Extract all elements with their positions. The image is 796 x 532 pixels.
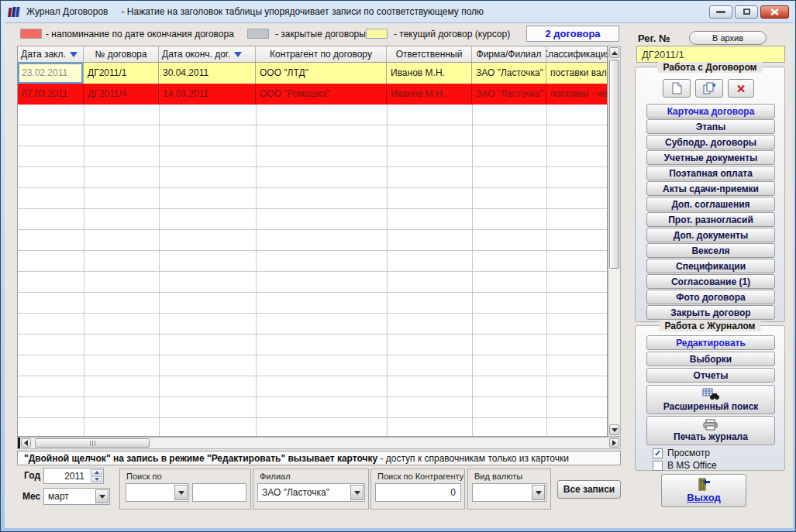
approval-button[interactable]: Согласование (1) [646,274,775,289]
search-by-group: Поиск по [119,469,251,510]
msoffice-checkbox-row[interactable]: В MS Office [653,460,717,471]
year-spinner[interactable]: 2011 [43,468,104,484]
window-title: Журнал Договоров [26,6,108,17]
search-by-dropdown-button[interactable] [174,485,188,500]
contracts-table: Дата закл. № договора Дата оконч. дог. К… [17,46,621,449]
status-bold-text: "Двойной щелчок" на запись в режиме "Ред… [24,453,377,464]
cell-responsible[interactable]: Иванов М.Н. [387,84,472,105]
exit-label: Выход [687,492,720,503]
cell-number[interactable]: ДГ2011/1 [84,63,159,84]
currency-select[interactable] [472,483,546,502]
spin-down-icon [95,478,99,481]
column-header-classification[interactable]: Классификация [546,46,607,62]
cell-firm[interactable]: ЗАО "Ласточка" [472,63,546,84]
cell-date-start[interactable]: 07.03.2011 [18,84,84,105]
cell-date-end[interactable]: 14.03.2011 [159,84,256,105]
cell-classification[interactable]: поставки валют [546,63,607,84]
contract-photo-button[interactable]: Фото договора [646,290,775,304]
msoffice-checkbox[interactable] [653,461,663,471]
stages-button[interactable]: Этапы [646,119,775,134]
cell-date-end[interactable]: 30.04.2011 [159,63,256,84]
delete-contract-button[interactable]: ✕ [728,79,754,98]
year-up-button[interactable] [91,469,102,475]
column-header-responsible[interactable]: Ответственный [387,46,472,62]
scroll-right-button[interactable] [609,438,619,448]
contract-panel: Работа с Договором ✕ Карточка договора Э… [635,67,785,322]
minimize-button[interactable] [709,5,732,19]
cell-contractor[interactable]: ООО "ЛТД" [256,63,387,84]
branch-select[interactable]: ЗАО "Ласточка" [257,483,365,502]
currency-group: Вид валюты [467,469,551,510]
branch-dropdown-button[interactable] [350,485,364,500]
print-journal-button[interactable]: Печать журнала [646,416,775,445]
reg-number-field[interactable]: ДГ2011/1 [636,46,785,63]
search-by-input[interactable] [192,483,246,502]
scroll-up-button[interactable] [609,47,619,58]
acceptance-acts-button[interactable]: Акты сдачи-приемки [646,181,775,196]
cell-classification[interactable]: поставки - новы [546,84,607,105]
branch-label: Филиал [260,472,291,481]
legend-closed-label: - закрытые договоры [275,29,366,39]
month-select[interactable]: март [43,488,110,505]
disagreement-protocols-button[interactable]: Прот. разногласий [646,212,775,227]
scroll-down-button[interactable] [609,424,619,435]
cell-responsible[interactable]: Иванов М.Н. [387,63,472,84]
copy-document-icon [703,82,716,94]
contract-card-button[interactable]: Карточка договора [646,104,775,118]
app-window: Журнал Договоров - Нажатие на заголовок … [0,0,796,532]
cell-date-start[interactable]: 23.02.2011 [18,63,84,84]
new-contract-button[interactable] [663,79,691,98]
empty-table-grid [18,105,607,437]
close-button[interactable] [760,5,789,19]
additional-docs-button[interactable]: Доп. документы [646,228,775,242]
maximize-button[interactable] [735,5,758,19]
advanced-search-button[interactable]: Расширенный поиск [646,385,775,414]
column-header-date-start[interactable]: Дата закл. [18,46,84,62]
horizontal-scroll-thumb[interactable] [35,438,150,448]
accounting-docs-button[interactable]: Учетные документы [646,150,775,165]
staged-payment-button[interactable]: Поэтапная оплата [646,166,775,180]
contracts-counter: 2 договора [526,26,619,42]
cell-contractor[interactable]: ООО "Ромашка" [256,84,387,105]
preview-checkbox-row[interactable]: ✓ Просмотр [653,448,710,458]
column-header-contractor[interactable]: Контрагент по договору [256,46,387,62]
cell-number[interactable]: ДГ2011/4 [84,84,159,105]
copy-contract-button[interactable] [695,79,723,98]
promissory-notes-button[interactable]: Векселя [646,243,775,258]
arrow-down-icon [612,428,618,432]
table-row-reminder[interactable]: 07.03.2011 ДГ2011/4 14.03.2011 ООО "Рома… [18,84,607,105]
currency-dropdown-button[interactable] [532,485,545,500]
column-header-firm[interactable]: Фирма/Филиал [472,46,546,62]
addendums-button[interactable]: Доп. соглашения [646,197,775,211]
horizontal-scrollbar[interactable] [17,437,621,449]
contractor-search-input[interactable]: 0 [375,483,461,502]
specifications-button[interactable]: Спецификации [646,259,775,273]
selections-button[interactable]: Выборки [646,352,775,366]
search-by-select[interactable] [126,483,189,502]
journal-panel-title: Работа с Журналом [660,321,761,331]
reports-button[interactable]: Отчеты [646,368,775,383]
contractor-search-label: Поиск по Контрагенту [377,472,463,481]
year-down-button[interactable] [91,476,102,482]
close-contract-button[interactable]: Закрыть договор [646,305,775,320]
preview-checkbox[interactable]: ✓ [653,448,663,458]
column-header-number[interactable]: № договора [84,46,159,62]
chevron-down-icon [536,491,542,495]
status-rest-text: - доступ к справочникам только из карточ… [377,453,569,464]
edit-mode-button[interactable]: Редактировать [646,335,775,350]
cell-firm[interactable]: ЗАО "Ласточка" [472,84,546,105]
scroll-left-button[interactable] [21,438,31,448]
maximize-icon [743,9,750,15]
exit-button[interactable]: Выход [661,474,746,507]
all-records-button[interactable]: Все записи [557,480,621,499]
delete-x-icon: ✕ [736,83,746,94]
subcontracts-button[interactable]: Субподр. договоры [646,135,775,149]
column-header-date-end[interactable]: Дата оконч. дог. [159,46,256,62]
advanced-search-label: Расширенный поиск [663,401,759,412]
legend-reminder-swatch [20,29,42,39]
vertical-scroll-thumb[interactable] [609,60,619,269]
table-row-current[interactable]: 23.02.2011 ДГ2011/1 30.04.2011 ООО "ЛТД"… [18,63,607,84]
month-dropdown-button[interactable] [95,489,109,503]
vertical-scrollbar[interactable] [608,46,621,437]
archive-button[interactable]: В архив [689,31,767,45]
